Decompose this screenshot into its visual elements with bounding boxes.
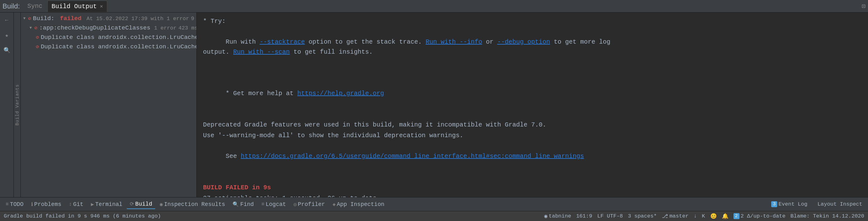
toolbar-logcat-label: Logcat	[266, 201, 286, 208]
toolbar-profiler[interactable]: ◎ Profiler	[290, 200, 328, 209]
indent-label: 3 spaces*	[628, 213, 657, 219]
toolbar-git-label: Git	[73, 201, 83, 208]
text-see: See	[226, 153, 241, 160]
app-inspection-icon: ◈	[333, 201, 336, 208]
link-debug[interactable]: --debug option	[497, 38, 550, 45]
terminal-icon: ▶	[91, 201, 94, 208]
todo-icon: ≡	[6, 201, 9, 207]
tree-item-label-1: :app:checkDebugDuplicateClasses	[39, 25, 150, 31]
blame-item[interactable]: Blame: Tekin 14.12.2020	[790, 213, 864, 219]
toolbar-build-label: Build	[135, 201, 152, 207]
event-log-label: Event Log	[778, 201, 807, 207]
text-or: or	[482, 38, 497, 45]
notification-icon: 🔔	[722, 213, 728, 219]
build-prefix: Build:	[2, 2, 20, 10]
tree-item-at-text: At 15.02.2022 17:39 with 1 error	[83, 16, 189, 22]
output-panel: * Try: Run with --stacktrace option to g…	[197, 12, 868, 197]
event-log-badge: 3	[771, 201, 777, 207]
tree-item-label-3: Duplicate class androidx.collection.LruC…	[41, 43, 196, 50]
tree-item-label-2: Duplicate class androidx.collection.LruC…	[41, 34, 196, 41]
text-get-help: * Get more help at	[226, 90, 297, 97]
vcs-icon: ↓	[693, 213, 697, 219]
status-bar-right: ◉ tabnine 161:9 LF UTF-8 3 spaces* ⎇ mas…	[544, 213, 864, 219]
build-status-text: Gradle build failed in 9 s 946 ms (6 min…	[4, 213, 161, 219]
back-icon[interactable]: ←	[2, 15, 12, 25]
output-line-stacktrace: Run with --stacktrace option to get the …	[203, 27, 862, 67]
tree-item-check-debug[interactable]: ▼ ⊘ :app:checkDebugDuplicateClasses 1 er…	[21, 23, 196, 33]
toolbar-todo[interactable]: ≡ TODO	[2, 200, 27, 209]
find-icon: 🔍	[232, 201, 239, 208]
toolbar-todo-label: TODO	[10, 201, 24, 208]
output-line-blank-1	[203, 68, 862, 78]
problems-icon: ℹ	[31, 201, 33, 208]
expand-icon: ▼	[23, 16, 26, 21]
delta-badge: 2	[734, 213, 740, 219]
toolbar-app-inspection-label: App Inspection	[337, 201, 384, 208]
star-icon[interactable]: ★	[2, 30, 12, 40]
link-info[interactable]: Run with --info	[426, 38, 482, 45]
tab-build-output-label: Build Output	[52, 3, 97, 10]
layout-inspect-label: Layout Inspect	[817, 201, 862, 207]
logcat-icon: ≡	[261, 201, 265, 207]
toolbar-problems[interactable]: ℹ Problems	[28, 200, 64, 209]
toolbar-event-log[interactable]: 3 Event Log	[768, 200, 810, 209]
status-bar: Gradle build failed in 9 s 946 ms (6 min…	[0, 211, 868, 221]
position-item[interactable]: 161:9	[576, 213, 592, 219]
error-icon-3: ⊘	[36, 44, 39, 50]
notification-item[interactable]: 🔔	[722, 213, 728, 219]
position-label: 161:9	[576, 213, 592, 219]
tree-item-extra-1: 1 error	[154, 25, 176, 31]
output-line-warning-mode: Use '--warning-mode all' to show the ind…	[203, 131, 862, 141]
tree-item-failed-text: failed	[60, 15, 82, 22]
kotlin-icon: K	[702, 213, 705, 219]
toolbar-git[interactable]: ↕ Git	[66, 200, 86, 209]
output-line-blank-2	[203, 109, 862, 119]
encoding-item[interactable]: LF UTF-8	[597, 213, 623, 219]
toolbar-problems-label: Problems	[34, 201, 61, 208]
toolbar-layout-inspect[interactable]: Layout Inspect	[814, 200, 866, 209]
output-line-deprecated: Deprecated Gradle features were used in …	[203, 120, 862, 130]
toolbar-build[interactable]: ⟳ Build	[127, 200, 155, 209]
toolbar-find[interactable]: 🔍 Find	[229, 200, 257, 209]
toolbar-logcat[interactable]: ≡ Logcat	[258, 200, 289, 209]
toolbar-inspection-label: Inspection Results	[164, 201, 225, 208]
kotlin-icon-item[interactable]: K	[702, 213, 705, 219]
output-line-see: See https://docs.gradle.org/6.5/userguid…	[203, 141, 862, 172]
tabnine-item[interactable]: ◉ tabnine	[544, 213, 571, 219]
main-content: ← ★ 🔍 Build Variants ▼ ⊘ Build: failed A…	[0, 12, 868, 197]
encoding-label: LF UTF-8	[597, 213, 623, 219]
tree-item-dup-1[interactable]: ⊘ Duplicate class androidx.collection.Lr…	[21, 33, 196, 42]
indent-item[interactable]: 3 spaces*	[628, 213, 657, 219]
toolbar-terminal[interactable]: ▶ Terminal	[88, 200, 125, 209]
link-scan[interactable]: Run with --scan	[233, 48, 290, 56]
output-line-tasks: 27 actionable tasks: 1 executed, 26 up-t…	[203, 193, 862, 197]
build-variants-container: Build Variants	[14, 12, 21, 197]
tree-item-build-failed[interactable]: ▼ ⊘ Build: failed At 15.02.2022 17:39 wi…	[21, 14, 196, 23]
toolbar-app-inspection[interactable]: ◈ App Inspection	[329, 200, 388, 209]
toolbar-right: 3 Event Log Layout Inspect	[768, 200, 866, 209]
blame-label: Blame: Tekin 14.12.2020	[790, 213, 864, 219]
delta-item[interactable]: 2 2 Δ/up-to-date	[734, 213, 786, 219]
bottom-toolbar: ≡ TODO ℹ Problems ↕ Git ▶ Terminal ⟳ Bui…	[0, 197, 868, 211]
profiler-icon: ◎	[293, 201, 297, 208]
tab-sync-label: Sync	[27, 2, 42, 10]
tab-bar: Build: Sync Build Output ✕ ⊡	[0, 0, 868, 12]
status-bar-left: Gradle build failed in 9 s 946 ms (6 min…	[4, 213, 539, 219]
link-docs[interactable]: https://docs.gradle.org/6.5/userguide/co…	[241, 153, 584, 160]
tab-close-icon[interactable]: ✕	[100, 3, 103, 9]
emoji-item[interactable]: 😊	[710, 213, 717, 219]
search-icon[interactable]: 🔍	[2, 45, 12, 55]
toolbar-inspection[interactable]: ◉ Inspection Results	[156, 200, 228, 209]
git-branch-item[interactable]: ⎇ master	[662, 213, 688, 219]
link-gradle-help[interactable]: https://help.gradle.org	[297, 90, 384, 97]
tab-build-output[interactable]: Build Output ✕	[48, 1, 107, 12]
tabnine-label: tabnine	[549, 213, 571, 219]
link-stacktrace[interactable]: --stacktrace	[259, 38, 305, 45]
vcs-icon-item[interactable]: ↓	[693, 213, 697, 219]
toolbar-find-label: Find	[240, 201, 254, 208]
tree-item-dup-2[interactable]: ⊘ Duplicate class androidx.collection.Lr…	[21, 42, 196, 51]
git-branch-icon: ⎇	[662, 213, 668, 219]
tab-sync[interactable]: Sync	[24, 1, 46, 12]
output-line-help: * Get more help at https://help.gradle.o…	[203, 78, 862, 109]
toolbar-terminal-label: Terminal	[95, 201, 122, 208]
